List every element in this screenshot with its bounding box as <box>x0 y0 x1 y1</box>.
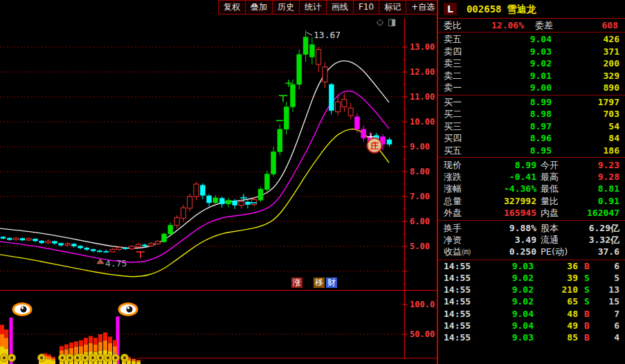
stock-code[interactable]: 002658 <box>467 0 502 18</box>
coin-icon <box>61 356 64 359</box>
toolbar-button-3[interactable]: 统计 <box>300 0 327 15</box>
stat-value: 8.81 <box>578 183 619 194</box>
sub-stacked-bar <box>60 346 64 350</box>
toolbar-button-5[interactable]: F10 <box>354 0 379 15</box>
fund-row: 收益㈣0.250PE(动)37.6 <box>438 246 625 257</box>
app-window: 13.0012.0011.0010.009.008.007.006.005.00… <box>0 0 625 364</box>
low-price-label: 4.75 <box>105 258 127 269</box>
tick-price: 9.02 <box>478 295 534 307</box>
tick-side: B <box>578 331 596 343</box>
sub-stacked-bar <box>89 336 93 343</box>
toolbar-button-2[interactable]: 历史 <box>273 0 300 15</box>
tick-time: 14:55 <box>444 295 478 307</box>
coin-icon <box>69 356 71 359</box>
ask-price: 9.03 <box>475 46 552 58</box>
tick-time: 14:55 <box>444 284 478 295</box>
bid-row[interactable]: 买二8.98703 <box>438 108 625 120</box>
quote-panel: L 002658 雪迪龙 委比 12.06% 委差 608 卖五9.04426卖… <box>437 0 625 364</box>
axis-label: 12.00 <box>410 67 435 77</box>
candle-body <box>258 189 263 200</box>
fund-label: 收益㈣ <box>444 246 482 257</box>
sub-stacked-bar <box>98 342 102 351</box>
sub-stacked-bar <box>89 343 93 352</box>
fundamental-section: 换手9.88%股本6.29亿净资3.49流通3.32亿收益㈣0.250PE(动)… <box>438 221 625 260</box>
candle-body <box>1 237 6 238</box>
toolbar-button-4[interactable]: 画线 <box>327 0 354 15</box>
stat-label: 今开 <box>541 159 578 171</box>
ask-row[interactable]: 卖三9.02200 <box>438 57 625 70</box>
stat-label: 现价 <box>444 159 482 171</box>
stock-name[interactable]: 雪迪龙 <box>507 0 536 18</box>
candle-body <box>284 107 289 129</box>
diamond-icon[interactable]: ◇ <box>377 17 388 27</box>
coin-icon <box>107 356 109 359</box>
candle-body <box>33 239 38 241</box>
eye-icon <box>127 307 133 313</box>
ask-row[interactable]: 卖二9.01329 <box>438 70 625 82</box>
sub-stacked-bar <box>64 345 69 349</box>
tick-side: B <box>578 320 596 331</box>
ask-row[interactable]: 卖一9.00890 <box>438 82 625 94</box>
stat-label: 外盘 <box>444 207 482 219</box>
market-flag: L <box>444 3 457 15</box>
chart-badge-1[interactable]: 移 <box>314 277 325 288</box>
stat-row: 总量327992量比0.91 <box>438 195 625 207</box>
bid-row[interactable]: 买一8.991797 <box>438 96 625 109</box>
ask-volume: 890 <box>552 82 619 94</box>
tick-price: 9.02 <box>478 284 534 295</box>
tick-count: 13 <box>596 284 619 295</box>
candle-body <box>194 184 199 197</box>
tick-volume: 210 <box>534 284 578 295</box>
bid-row[interactable]: 买三8.9754 <box>438 120 625 133</box>
candle-body <box>271 152 276 174</box>
bid-row[interactable]: 买四8.9684 <box>438 132 625 145</box>
fund-label: 净资 <box>444 234 482 246</box>
stock-header: L 002658 雪迪龙 <box>438 0 625 19</box>
bid-levels: 买一8.991797买二8.98703买三8.9754买四8.9684买五8.9… <box>438 95 625 158</box>
stat-label: 总量 <box>444 195 482 207</box>
bid-price: 8.95 <box>475 145 552 157</box>
tick-count: 6 <box>596 320 619 331</box>
bid-price: 8.97 <box>475 120 552 133</box>
candle-body <box>14 238 19 239</box>
sub-stacked-bar <box>127 361 131 364</box>
sub-stacked-bar <box>84 338 88 344</box>
chart-badge-2[interactable]: 财 <box>326 277 337 288</box>
eye-icon <box>21 307 24 309</box>
sub-stacked-bar <box>103 340 107 350</box>
coin-icon <box>91 356 94 359</box>
tick-price: 9.03 <box>478 260 534 272</box>
toolbar-button-6[interactable]: 标记 <box>379 0 406 15</box>
candle-body <box>168 225 173 234</box>
chart-badge-0[interactable]: 涨 <box>291 277 302 288</box>
bid-label: 买三 <box>444 120 475 133</box>
ask-row[interactable]: 卖四9.03371 <box>438 46 625 58</box>
tick-volume: 49 <box>534 320 578 331</box>
candle-body <box>84 248 89 249</box>
toolbar-button-0[interactable]: 复权 <box>218 0 246 15</box>
main-chart[interactable]: 13.0012.0011.0010.009.008.007.006.005.00… <box>0 0 438 364</box>
candle-body <box>278 129 282 152</box>
sub-stacked-bar <box>4 329 8 338</box>
bid-price: 8.96 <box>475 132 552 145</box>
stat-row: 现价8.99今开9.23 <box>438 159 625 171</box>
bid-volume: 186 <box>552 145 619 157</box>
sub-stacked-bar <box>132 361 136 364</box>
tick-price: 9.03 <box>478 331 534 343</box>
coin-icon <box>114 356 117 359</box>
toolbar-button-1[interactable]: 叠加 <box>246 0 273 15</box>
bid-row[interactable]: 买五8.95186 <box>438 145 625 157</box>
stat-value: 9.23 <box>578 159 619 171</box>
ask-row[interactable]: 卖五9.04426 <box>438 33 625 46</box>
sub-stacked-bar <box>103 332 107 340</box>
stats-section: 现价8.99今开9.23涨跌-0.41最高9.28涨幅-4.36%最低8.81总… <box>438 158 625 221</box>
sub-stacked-bar <box>51 358 55 360</box>
eye-icon <box>21 307 27 313</box>
toolbar-button-7[interactable]: +自选 <box>406 0 440 15</box>
fund-label: PE(动) <box>541 246 578 257</box>
bid-label: 买五 <box>444 145 475 157</box>
panel-toggle-icon[interactable]: ◨ <box>388 17 400 27</box>
candle-body <box>303 37 308 55</box>
stat-label: 最低 <box>541 183 578 194</box>
tick-count: 7 <box>596 308 619 320</box>
